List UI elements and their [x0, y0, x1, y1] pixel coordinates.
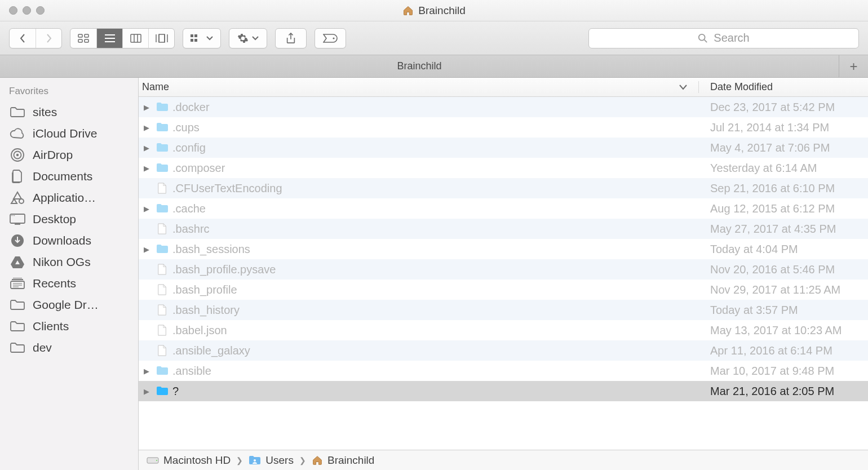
disclosure-triangle-icon[interactable]: ▶ [139, 123, 154, 132]
sidebar-item-airdrop[interactable]: AirDrop [0, 144, 138, 166]
userfolder-icon [249, 455, 261, 465]
minimize-window-button[interactable] [23, 6, 31, 15]
sidebar-item-label: Downloads [33, 234, 91, 247]
file-name: .ansible_galaxy [170, 344, 699, 357]
view-list-button[interactable] [96, 29, 122, 48]
close-window-button[interactable] [9, 6, 17, 15]
arrange-segment [183, 28, 221, 48]
file-row[interactable]: .bash_profileNov 29, 2017 at 11:25 AM [139, 280, 868, 300]
sidebar-item-downloads[interactable]: Downloads [0, 230, 138, 251]
file-row[interactable]: .bash_historyToday at 3:57 PM [139, 300, 868, 320]
folder-icon [154, 203, 170, 214]
file-name: .babel.json [170, 324, 699, 337]
tags-button[interactable] [315, 29, 346, 48]
folder-icon [9, 105, 26, 119]
svg-rect-8 [191, 39, 193, 42]
search-field[interactable]: Search [588, 28, 859, 48]
sidebar-item-label: Recents [33, 277, 76, 290]
folder-icon [154, 122, 170, 132]
desktop-icon [9, 212, 26, 227]
sort-indicator-icon [679, 85, 687, 90]
file-row[interactable]: .babel.jsonMay 13, 2017 at 10:23 AM [139, 320, 868, 340]
sidebar-item-label: dev [33, 341, 52, 354]
share-button[interactable] [276, 29, 306, 48]
disclosure-triangle-icon[interactable]: ▶ [139, 144, 154, 152]
file-icon [154, 325, 170, 336]
file-row[interactable]: .ansible_galaxyApr 11, 2016 at 6:14 PM [139, 340, 868, 361]
sidebar-item-icloud-drive[interactable]: iCloud Drive [0, 123, 138, 144]
svg-point-23 [254, 459, 256, 462]
column-name[interactable]: Name [139, 81, 699, 93]
sidebar-item-clients[interactable]: Clients [0, 316, 138, 337]
search-icon [698, 33, 708, 43]
action-button[interactable] [229, 29, 267, 48]
downloads-icon [9, 233, 26, 248]
column-headers: Name Date Modified [139, 78, 868, 97]
file-modified: Jul 21, 2014 at 1:34 PM [699, 121, 868, 134]
sidebar-item-dev[interactable]: dev [0, 337, 138, 358]
file-name: .bashrc [170, 223, 699, 236]
svg-rect-5 [159, 34, 165, 42]
sidebar-item-sites[interactable]: sites [0, 101, 138, 123]
disclosure-triangle-icon[interactable]: ▶ [139, 245, 154, 254]
svg-point-17 [12, 215, 14, 216]
file-modified: Mar 10, 2017 at 9:48 PM [699, 365, 868, 378]
column-date-modified[interactable]: Date Modified [699, 81, 868, 93]
file-row[interactable]: ▶.ansibleMar 10, 2017 at 9:48 PM [139, 361, 868, 381]
sidebar-item-applicatio-[interactable]: Applicatio… [0, 187, 138, 209]
tab-active[interactable]: Brainchild [0, 55, 839, 77]
sidebar-item-documents[interactable]: Documents [0, 166, 138, 187]
zoom-window-button[interactable] [36, 6, 45, 15]
folder-icon [9, 298, 26, 312]
file-modified: May 27, 2017 at 4:35 PM [699, 223, 868, 236]
svg-point-11 [699, 34, 705, 40]
file-name: .bash_profile.pysave [170, 263, 699, 276]
view-icons-button[interactable] [70, 29, 96, 48]
folder-icon [154, 102, 170, 112]
action-segment [229, 28, 267, 48]
file-row[interactable]: ▶.cupsJul 21, 2014 at 1:34 PM [139, 117, 868, 138]
disclosure-triangle-icon[interactable]: ▶ [139, 387, 154, 396]
path-item[interactable]: Macintosh HD [147, 454, 231, 467]
sidebar-item-google-dr-[interactable]: Google Dr… [0, 294, 138, 316]
file-row[interactable]: ▶.cacheAug 12, 2015 at 6:12 PM [139, 198, 868, 219]
path-item[interactable]: Brainchild [312, 454, 374, 467]
folder-icon [154, 163, 170, 173]
view-columns-button[interactable] [122, 29, 148, 48]
sidebar-item-nikon-ogs[interactable]: Nikon OGs [0, 251, 138, 273]
disclosure-triangle-icon[interactable]: ▶ [139, 205, 154, 213]
forward-button[interactable] [36, 29, 61, 48]
new-tab-button[interactable]: + [839, 55, 868, 77]
tabbar: Brainchild + [0, 55, 868, 78]
sidebar-item-label: Nikon OGs [33, 255, 91, 269]
view-gallery-button[interactable] [148, 29, 174, 48]
path-item[interactable]: Users [249, 454, 294, 467]
disclosure-triangle-icon[interactable]: ▶ [139, 367, 154, 375]
sidebar-item-recents[interactable]: Recents [0, 273, 138, 294]
file-name: .composer [170, 162, 699, 175]
disk-icon [147, 456, 159, 465]
disclosure-triangle-icon[interactable]: ▶ [139, 103, 154, 112]
file-icon [154, 264, 170, 275]
arrange-button[interactable] [183, 29, 220, 48]
file-row[interactable]: ▶.dockerDec 23, 2017 at 5:42 PM [139, 97, 868, 117]
back-button[interactable] [10, 29, 36, 48]
file-row[interactable]: .bashrcMay 27, 2017 at 4:35 PM [139, 219, 868, 239]
folder-icon [154, 143, 170, 153]
file-icon [154, 183, 170, 194]
file-modified: Apr 11, 2016 at 6:14 PM [699, 344, 868, 357]
disclosure-triangle-icon[interactable]: ▶ [139, 164, 154, 172]
file-row[interactable]: ▶.configMay 4, 2017 at 7:06 PM [139, 138, 868, 158]
file-modified: May 13, 2017 at 10:23 AM [699, 324, 868, 337]
file-row[interactable]: .CFUserTextEncodingSep 21, 2016 at 6:10 … [139, 178, 868, 198]
tags-segment [315, 28, 346, 48]
file-row[interactable]: ▶?Mar 21, 2016 at 2:05 PM [139, 381, 868, 401]
file-row[interactable]: ▶.bash_sessionsToday at 4:04 PM [139, 239, 868, 259]
folder-icon [9, 319, 26, 334]
file-row[interactable]: ▶.composerYesterday at 6:14 AM [139, 158, 868, 178]
folder-icon [9, 340, 26, 355]
sidebar-item-desktop[interactable]: Desktop [0, 209, 138, 230]
file-modified: Nov 20, 2016 at 5:46 PM [699, 263, 868, 276]
gdrive-icon [9, 255, 26, 269]
file-row[interactable]: .bash_profile.pysaveNov 20, 2016 at 5:46… [139, 259, 868, 280]
